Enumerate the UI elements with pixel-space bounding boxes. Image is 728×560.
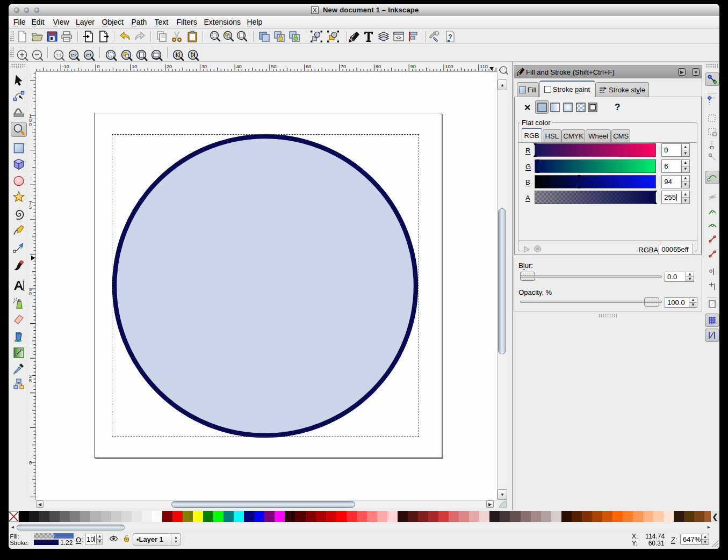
svg-text:1:1: 1:1: [56, 53, 61, 57]
svg-text:0: 0: [97, 64, 100, 69]
svg-text:2:1: 2:1: [85, 53, 92, 57]
svg-text:0: 0: [29, 291, 32, 296]
svg-text:?: ?: [448, 33, 452, 41]
svg-text:110: 110: [480, 64, 487, 69]
svg-text:60: 60: [306, 64, 311, 69]
svg-text:50: 50: [271, 64, 277, 69]
svg-text:70: 70: [341, 64, 346, 69]
svg-text:90: 90: [410, 64, 416, 69]
svg-text:<>: <>: [396, 35, 402, 40]
svg-text:5: 5: [29, 378, 32, 383]
svg-text:-10: -10: [62, 64, 69, 69]
svg-text:0: 0: [29, 460, 32, 466]
svg-text:1:2: 1:2: [70, 53, 77, 57]
svg-text:5: 5: [29, 205, 32, 210]
svg-text:20: 20: [167, 64, 172, 69]
svg-text:0: 0: [29, 122, 32, 127]
svg-text:100: 100: [445, 64, 453, 69]
svg-text:10: 10: [132, 64, 137, 69]
svg-text:40: 40: [236, 64, 242, 69]
svg-text:80: 80: [376, 64, 381, 69]
svg-text:30: 30: [201, 64, 207, 69]
